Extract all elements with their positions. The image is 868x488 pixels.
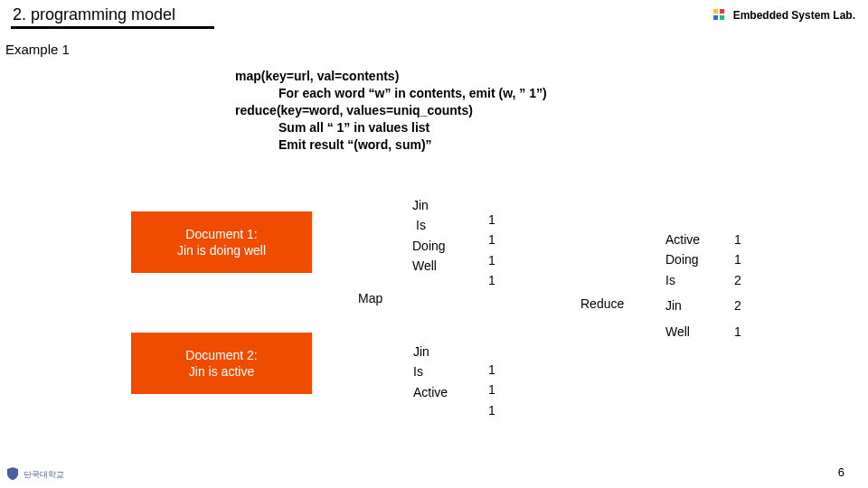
- out-count: 1: [734, 249, 741, 269]
- mapreduce-diagram: Document 1: Jin is doing well Document 2…: [0, 190, 868, 461]
- out-count: 2: [734, 270, 741, 290]
- out-word: Is: [665, 270, 700, 290]
- emit-words-doc1: Jin Is Doing Well: [412, 195, 446, 277]
- shield-icon: [5, 466, 20, 483]
- pseudo-line: Sum all “ 1” in values list: [235, 119, 429, 136]
- svg-rect-3: [720, 15, 724, 20]
- out-count: 2: [734, 296, 741, 315]
- emit-counts-doc2: 1 1 1: [488, 360, 495, 420]
- count: 1: [488, 360, 495, 380]
- out-count: 1: [734, 322, 741, 342]
- section-title: 2. programming model: [13, 5, 175, 24]
- page-number: 6: [838, 465, 844, 479]
- svg-rect-2: [713, 15, 718, 20]
- out-count: 1: [734, 230, 741, 249]
- lab-name: Embedded System Lab.: [733, 9, 855, 22]
- count: 1: [488, 380, 495, 399]
- pseudo-line: For each word “w” in contents, emit (w, …: [235, 85, 547, 102]
- emit-words-doc2: Jin Is Active: [413, 342, 448, 402]
- example-label: Example 1: [5, 42, 868, 57]
- reduce-label: Reduce: [580, 296, 624, 311]
- lab-logo-icon: [712, 7, 728, 23]
- word: Is: [413, 361, 448, 381]
- title-underline: [11, 26, 214, 29]
- out-word: Doing: [665, 249, 700, 269]
- document-1-box: Document 1: Jin is doing well: [131, 211, 312, 273]
- reduce-out-counts: 1 1 2 2 1: [734, 230, 741, 342]
- count: 1: [488, 270, 495, 290]
- pseudo-line: Emit result “(word, sum)”: [235, 136, 432, 154]
- count: 1: [488, 210, 495, 230]
- word: Well: [412, 256, 446, 276]
- word: Jin: [412, 195, 446, 215]
- university-logo: 단국대학교: [5, 466, 64, 483]
- word: Doing: [412, 236, 446, 256]
- svg-rect-0: [713, 9, 718, 14]
- out-word: Active: [665, 230, 700, 249]
- doc-body: Jin is doing well: [135, 242, 308, 258]
- svg-rect-1: [720, 9, 724, 14]
- map-label: Map: [358, 291, 382, 305]
- document-2-box: Document 2: Jin is active: [131, 333, 312, 394]
- emit-counts-doc1: 1 1 1 1: [488, 210, 495, 291]
- word: Active: [413, 382, 448, 402]
- count: 1: [488, 250, 495, 270]
- doc-title: Document 1:: [135, 226, 308, 242]
- doc-body: Jin is active: [135, 363, 308, 380]
- count: 1: [488, 230, 495, 249]
- pseudo-line: map(key=url, val=contents): [235, 68, 868, 85]
- reduce-out-words: Active Doing Is Jin Well: [665, 230, 700, 342]
- word: Is: [412, 215, 426, 235]
- university-name: 단국대학교: [24, 469, 64, 481]
- lab-brand: Embedded System Lab.: [712, 7, 855, 23]
- doc-title: Document 2:: [135, 347, 308, 363]
- word: Jin: [413, 342, 448, 361]
- out-word: Jin: [665, 296, 700, 315]
- pseudo-line: reduce(key=word, values=uniq_counts): [235, 102, 868, 119]
- count: 1: [488, 400, 495, 420]
- out-word: Well: [665, 322, 700, 342]
- pseudocode-block: map(key=url, val=contents) For each word…: [235, 68, 868, 153]
